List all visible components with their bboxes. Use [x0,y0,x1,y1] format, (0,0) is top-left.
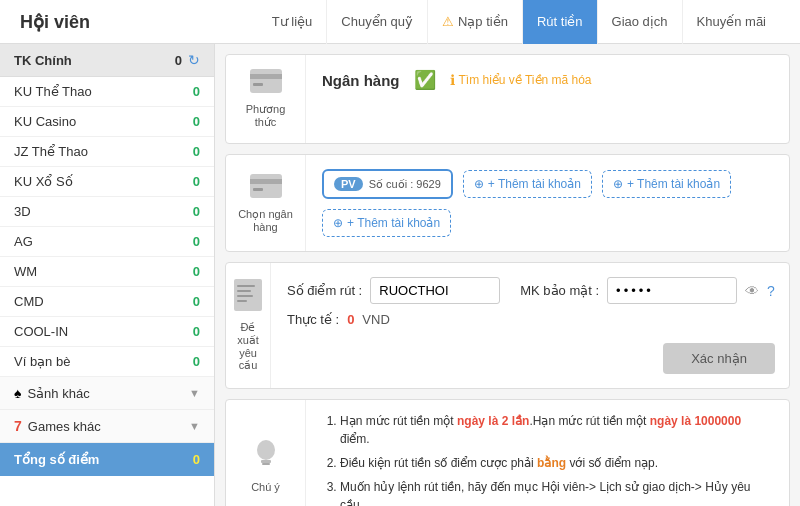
main-layout: TK Chính 0 ↻ KU Thể Thao 0 KU Casino 0 J… [0,44,800,506]
bank-name: Ngân hàng [322,72,400,89]
card-icon [250,69,282,99]
thuc-te-label: Thực tế : [287,312,339,327]
xac-nhan-button[interactable]: Xác nhận [663,343,775,374]
nav-giao-dich[interactable]: Giao dịch [598,0,683,44]
sidebar-item-value: 0 [193,114,200,129]
nav-rut-tien[interactable]: Rút tiền [523,0,598,44]
sidebar-item-wm[interactable]: WM 0 [0,257,214,287]
help-icon[interactable]: ? [767,283,775,299]
sidebar-item-ag[interactable]: AG 0 [0,227,214,257]
card2-icon [250,174,282,204]
phuong-thuc-icon-col: Phương thức [226,55,306,143]
sidebar-item-value: 0 [193,174,200,189]
svg-rect-9 [237,295,253,297]
sidebar-item-3d[interactable]: 3D 0 [0,197,214,227]
add-account-label-2: + Thêm tài khoản [627,177,720,191]
sidebar-total: Tổng số điểm 0 [0,443,214,476]
add-account-label-1: + Thêm tài khoản [488,177,581,191]
sidebar-tk-chinh[interactable]: TK Chính 0 ↻ [0,44,214,77]
chon-ngan-hang-label: Chọn ngân hàng [234,208,297,233]
sidebar-item-label: KU Xổ Số [14,174,193,189]
svg-point-11 [257,440,275,460]
chu-y-label: Chú ý [251,481,280,493]
sidebar-item-label: Ví bạn bè [14,354,193,369]
so-diem-rut-group: Số điểm rút : [287,277,500,304]
chon-ngan-hang-body: PV Số cuối : 9629 ⊕ + Thêm tài khoản ⊕ +… [306,155,789,251]
sidebar-item-vi-ban-be[interactable]: Ví bạn bè 0 [0,347,214,377]
svg-rect-3 [250,174,282,198]
lightbulb-icon [252,439,280,477]
de-xuat-body: Số điểm rút : MK bảo mật : 👁 ? Thực tế :… [271,263,791,388]
sidebar-item-ku-casino[interactable]: KU Casino 0 [0,107,214,137]
nav-nap-tien[interactable]: Nạp tiền [428,0,523,44]
sidebar-category-games-khac[interactable]: 7 Games khác ▼ [0,410,214,443]
add-account-btn-3[interactable]: ⊕ + Thêm tài khoản [322,209,451,237]
phuong-thuc-body: Ngân hàng ✅ ℹ Tìm hiểu về Tiền mã hóa [306,55,789,143]
account-row: PV Số cuối : 9629 ⊕ + Thêm tài khoản ⊕ +… [322,169,773,237]
add-account-btn-1[interactable]: ⊕ + Thêm tài khoản [463,170,592,198]
add-account-btn-2[interactable]: ⊕ + Thêm tài khoản [602,170,731,198]
sidebar-item-value: 0 [193,264,200,279]
sidebar-tk-chinh-label: TK Chính [14,53,175,68]
sidebar-item-value: 0 [193,324,200,339]
svg-rect-5 [253,188,263,191]
sidebar-item-cmd[interactable]: CMD 0 [0,287,214,317]
nav-khuyen-mai[interactable]: Khuyến mãi [683,0,780,44]
form-icon [234,279,262,317]
actual-row: Thực tế : 0 VND [287,312,775,327]
mk-bao-mat-input[interactable] [607,277,737,304]
note-2: Điều kiện rút tiền số điểm cược phải bằn… [340,454,773,472]
sidebar-item-ku-xo-so[interactable]: KU Xổ Số 0 [0,167,214,197]
header: Hội viên Tư liệu Chuyển quỹ Nạp tiền Rút… [0,0,800,44]
svg-rect-12 [261,460,271,463]
nav-bar: Tư liệu Chuyển quỹ Nạp tiền Rút tiền Gia… [258,0,780,44]
mk-bao-mat-group: MK bảo mật : 👁 ? [520,277,775,304]
svg-rect-0 [250,69,282,93]
eye-icon[interactable]: 👁 [745,283,759,299]
chu-y-section: Chú ý Hạn mức rút tiền một ngày là 2 lần… [225,399,790,506]
sidebar-item-value: 0 [193,84,200,99]
svg-rect-8 [237,290,251,292]
de-xuat-label: Đề xuất yêu cầu [234,321,262,372]
note-1-highlight-2: ngày là 1000000 [650,414,741,428]
sidebar-item-value: 0 [193,144,200,159]
so-diem-rut-label: Số điểm rút : [287,283,362,298]
de-xuat-section: Đề xuất yêu cầu Số điểm rút : MK bảo mật… [225,262,790,389]
chevron-down-icon: ▼ [189,387,200,399]
chevron-down-icon: ▼ [189,420,200,432]
sidebar-item-label: KU Thể Thao [14,84,193,99]
sidebar-item-ku-the-thao[interactable]: KU Thể Thao 0 [0,77,214,107]
sidebar-category-sanh-khac[interactable]: ♠ Sảnh khác ▼ [0,377,214,410]
chon-ngan-hang-section: Chọn ngân hàng PV Số cuối : 9629 ⊕ + Thê… [225,154,790,252]
svg-rect-2 [253,83,263,86]
nav-tai-lieu[interactable]: Tư liệu [258,0,328,44]
content-area: Phương thức Ngân hàng ✅ ℹ Tìm hiểu về Ti… [215,44,800,506]
svg-rect-13 [262,463,270,465]
sidebar-item-jz-the-thao[interactable]: JZ Thể Thao 0 [0,137,214,167]
bank-info-link[interactable]: ℹ Tìm hiểu về Tiền mã hóa [450,72,592,88]
chu-y-icon-col: Chú ý [226,400,306,506]
sidebar-tk-chinh-value: 0 [175,53,182,68]
sidebar-total-value: 0 [193,452,200,467]
nav-chuyen-quy[interactable]: Chuyển quỹ [327,0,428,44]
sidebar-item-value: 0 [193,354,200,369]
de-xuat-icon-col: Đề xuất yêu cầu [226,263,271,388]
refresh-icon[interactable]: ↻ [188,52,200,68]
sidebar: TK Chính 0 ↻ KU Thể Thao 0 KU Casino 0 J… [0,44,215,506]
add-icon-2: ⊕ [613,177,623,191]
sidebar-item-cool-in[interactable]: COOL-IN 0 [0,317,214,347]
so-diem-rut-input[interactable] [370,277,500,304]
account-suffix-label: Số cuối : 9629 [369,178,441,191]
sidebar-item-label: WM [14,264,193,279]
bank-row: Ngân hàng ✅ ℹ Tìm hiểu về Tiền mã hóa [322,69,773,91]
chon-ngan-hang-icon-col: Chọn ngân hàng [226,155,306,251]
svg-rect-1 [250,74,282,79]
note-3: Muốn hủy lệnh rút tiền, hãy đến mục Hội … [340,478,773,506]
sidebar-item-label: COOL-IN [14,324,193,339]
note-1: Hạn mức rút tiền một ngày là 2 lần.Hạn m… [340,412,773,448]
account-card-selected[interactable]: PV Số cuối : 9629 [322,169,453,199]
sidebar-category-label: Games khác [28,419,189,434]
form-row-1: Số điểm rút : MK bảo mật : 👁 ? [287,277,775,304]
thuc-te-value: 0 [347,312,354,327]
phuong-thuc-label: Phương thức [234,103,297,129]
